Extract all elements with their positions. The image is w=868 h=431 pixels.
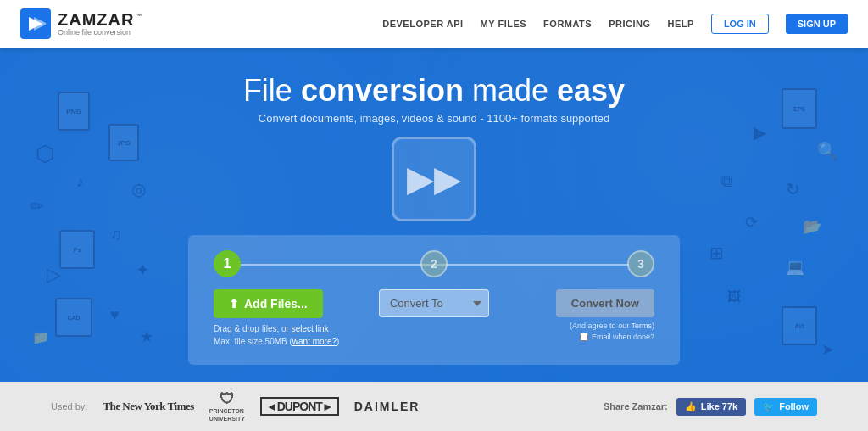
svg-marker-1	[34, 17, 46, 31]
convert-to-select[interactable]: Convert To PDF JPG MP3 MP4 DOC	[379, 289, 489, 317]
doodle-box: ⊞	[709, 243, 724, 263]
share-area: Share Zamzar: 👍 Like 77k 🐦 Follow	[604, 398, 817, 416]
step-2-section: Convert To PDF JPG MP3 MP4 DOC	[360, 289, 507, 317]
email-when-done-row: Email when done?	[580, 333, 654, 341]
thumbs-up-icon: 👍	[685, 401, 697, 412]
brand-princeton: 🛡 PRINCETONUNIVERSITY	[209, 390, 245, 423]
doodle-note: ♫	[110, 226, 122, 243]
doodle-heart: ♥	[110, 306, 120, 324]
hero-subtitle: Convert documents, images, videos & soun…	[259, 112, 609, 125]
footer: Used by: The New York Times 🛡 PRINCETONU…	[0, 382, 868, 431]
convert-now-button[interactable]: Convert Now	[556, 289, 654, 317]
step-1-section: ⬆ Add Files... Drag & drop files, or sel…	[214, 289, 360, 348]
doodle-pdf: ⬡	[36, 141, 55, 167]
logo[interactable]: ZAMZAR™ Online file conversion	[20, 8, 142, 39]
nav-links: DEVELOPER API MY FILES FORMATS PRICING H…	[382, 14, 848, 34]
doodle-circle-arrow: ⟳	[745, 213, 758, 232]
doodle-png: PNG	[58, 92, 90, 131]
select-link[interactable]: select link	[292, 324, 329, 333]
signup-button[interactable]: SIGN UP	[786, 14, 848, 34]
nav-formats[interactable]: FORMATS	[543, 19, 592, 29]
step-3-circle: 3	[627, 250, 654, 277]
doodle-avi: AVI	[782, 306, 817, 345]
controls-row: ⬆ Add Files... Drag & drop files, or sel…	[214, 289, 654, 348]
logo-tagline: Online file conversion	[58, 29, 142, 37]
doodle-triangle: ▷	[47, 264, 61, 286]
twitter-follow-button[interactable]: 🐦 Follow	[754, 398, 817, 416]
terms-text: (And agree to our Terms)	[570, 322, 654, 330]
doodle-music: ♪	[76, 173, 84, 191]
used-by-label: Used by:	[51, 401, 87, 411]
doodle-eps: EPS	[782, 88, 817, 129]
logo-text: ZAMZAR™ Online file conversion	[58, 10, 142, 37]
drag-drop-text: Drag & drop files, or select link Max. f…	[214, 322, 339, 348]
doodle-link: ⧉	[721, 173, 732, 191]
brand-nyt: The New York Times	[103, 400, 193, 413]
doodle-jpg: JPG	[108, 124, 139, 161]
brand-dupont: ◄DUPONT►	[260, 397, 339, 416]
steps-indicators: 1 2 3	[214, 250, 654, 277]
nav-my-files[interactable]: MY FILES	[481, 19, 527, 29]
doodle-gear: ✦	[136, 260, 150, 280]
doodle-folder2: 📂	[803, 217, 821, 236]
upload-icon: ⬆	[229, 297, 239, 311]
step-1-circle: 1	[214, 250, 241, 277]
doodle-disc: ◎	[131, 179, 146, 199]
doodle-cad: CAD	[55, 298, 92, 337]
brand-daimler: DAIMLER	[354, 400, 420, 413]
doodle-picture: 🖼	[727, 289, 741, 305]
doodle-star: ★	[140, 327, 153, 346]
doodle-folder: 📁	[32, 329, 49, 345]
doodle-arrow: ➤	[821, 340, 834, 359]
add-files-button[interactable]: ⬆ Add Files...	[214, 289, 323, 318]
princeton-shield-icon: 🛡	[220, 390, 235, 409]
doodle-pencil: ✏	[30, 196, 44, 216]
hero-section: PNG ⬡ JPG ♪ ✏ ◎ Ps ♫ ▷ ✦ CAD ♥ 📁 ★ EPS 🔍…	[0, 48, 868, 382]
logo-name: ZAMZAR™	[58, 10, 142, 29]
share-label: Share Zamzar:	[604, 401, 668, 411]
logo-icon	[20, 8, 51, 39]
facebook-like-button[interactable]: 👍 Like 77k	[676, 398, 746, 416]
login-button[interactable]: LOG IN	[711, 14, 769, 34]
center-play-graphic: ▶▶	[392, 137, 476, 221]
navbar: ZAMZAR™ Online file conversion DEVELOPER…	[0, 0, 868, 48]
twitter-icon: 🐦	[763, 401, 775, 412]
doodle-refresh: ↻	[786, 179, 800, 199]
hero-title: File conversion made easy	[243, 73, 625, 109]
nav-developer-api[interactable]: DEVELOPER API	[382, 19, 463, 29]
email-label: Email when done?	[592, 333, 654, 341]
steps-panel: 1 2 3 ⬆ Add Files... Drag & drop files, …	[188, 235, 680, 365]
doodle-magnify: 🔍	[817, 141, 838, 161]
want-more-link[interactable]: want more?	[292, 337, 337, 346]
doodle-video: ▶	[754, 122, 766, 143]
nav-pricing[interactable]: PRICING	[609, 19, 650, 29]
step-2-circle: 2	[420, 250, 448, 277]
step-3-section: Convert Now (And agree to our Terms) Ema…	[508, 289, 654, 341]
nav-help[interactable]: HELP	[668, 19, 694, 29]
like-count-label: Like 77k	[701, 401, 737, 411]
play-arrows-icon: ▶▶	[407, 161, 461, 197]
doodle-ps: Ps	[59, 230, 95, 269]
doodle-laptop: 💻	[786, 258, 804, 277]
terms-link[interactable]: Terms	[631, 322, 652, 330]
email-checkbox[interactable]	[580, 333, 588, 341]
used-by-section: Used by: The New York Times 🛡 PRINCETONU…	[51, 390, 420, 423]
follow-label: Follow	[779, 401, 809, 411]
